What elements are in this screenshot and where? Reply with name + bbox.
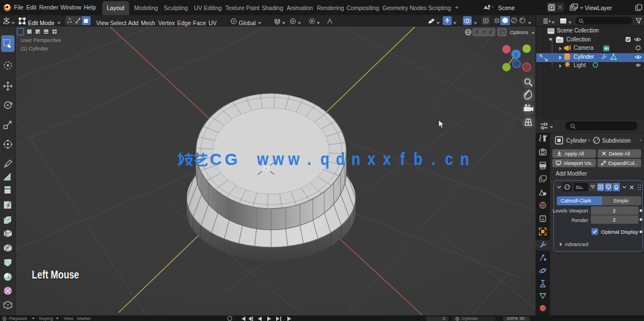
- svg-text:Z: Z: [514, 52, 518, 58]
